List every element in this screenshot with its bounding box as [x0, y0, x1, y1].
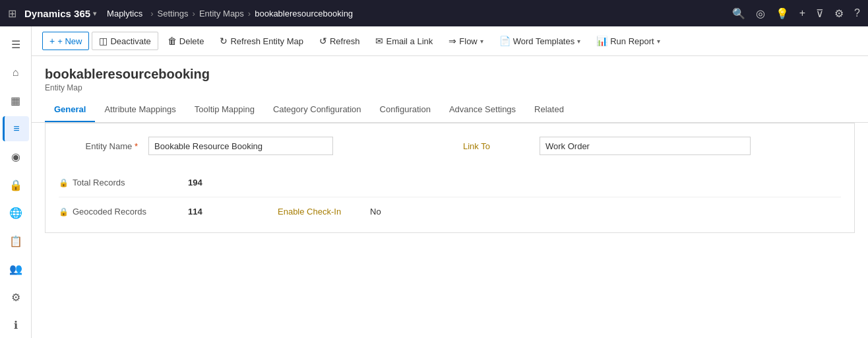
geocoded-records-row: 🔒 Geocoded Records 114 Enable Check-In N… [59, 197, 841, 226]
plus-icon[interactable]: + [799, 7, 805, 19]
entity-name-label: Entity Name * [59, 141, 138, 151]
app-name: Maplytics [107, 9, 142, 18]
settings-icon[interactable]: ⚙ [834, 7, 844, 20]
deactivate-button[interactable]: ◫ Deactivate [92, 32, 158, 50]
tab-advance-settings[interactable]: Advance Settings [440, 98, 525, 122]
plus-icon: + [49, 36, 55, 46]
flow-caret: ▾ [480, 38, 483, 45]
tab-general[interactable]: General [45, 98, 95, 122]
tab-configuration[interactable]: Configuration [371, 98, 440, 122]
tab-attribute-mappings[interactable]: Attribute Mappings [95, 98, 185, 122]
email-icon: ✉ [375, 36, 383, 46]
sidebar-item-dashboard[interactable]: ▦ [3, 88, 29, 114]
tab-related[interactable]: Related [525, 98, 573, 122]
sidebar-item-home[interactable]: ⌂ [3, 60, 29, 86]
main-content: + + New ◫ Deactivate 🗑 Delete ↻ Refresh … [32, 26, 868, 338]
refresh-icon: ↺ [319, 36, 327, 46]
toolbar: + + New ◫ Deactivate 🗑 Delete ↻ Refresh … [32, 26, 868, 56]
sidebar-item-info[interactable]: ℹ [3, 312, 29, 338]
top-nav-icons: 🔍 ◎ 💡 + ⊽ ⚙ ? [732, 7, 860, 20]
breadcrumb: › Settings › Entity Maps › bookableresou… [150, 9, 353, 18]
form-card: Entity Name * Link To 🔒 Total Records 19… [45, 123, 855, 233]
brand-name[interactable]: Dynamics 365 ▾ [24, 8, 96, 19]
total-records-value: 194 [188, 178, 228, 187]
sidebar-item-hamburger[interactable]: ☰ [3, 32, 29, 57]
sidebar-item-activities[interactable]: ◉ [3, 144, 29, 170]
sidebar: ☰ ⌂ ▦ ≡ ◉ 🔒 🌐 📋 👥 ⚙ ℹ [0, 26, 32, 338]
sidebar-item-globe[interactable]: 🌐 [3, 200, 29, 226]
lock-icon-2: 🔒 [59, 207, 69, 217]
link-to-label: Link To [463, 141, 529, 151]
tab-category-configuration[interactable]: Category Configuration [264, 98, 371, 122]
refresh-button[interactable]: ↺ Refresh [313, 32, 367, 50]
contact-icon[interactable]: ◎ [756, 7, 765, 20]
new-button[interactable]: + + New [42, 32, 89, 50]
entity-name-row: Entity Name * Link To [59, 137, 841, 155]
word-icon: 📄 [499, 36, 511, 46]
report-icon: 📊 [596, 36, 607, 46]
enable-checkin-label: Enable Check-In [278, 207, 344, 217]
deactivate-icon: ◫ [99, 36, 108, 46]
total-records-label: 🔒 Total Records [59, 178, 177, 187]
trash-icon: 🗑 [168, 36, 177, 46]
page-subtitle: Entity Map [45, 83, 855, 92]
total-records-row: 🔒 Total Records 194 [59, 168, 841, 197]
brand-chevron: ▾ [93, 10, 96, 17]
run-report-button[interactable]: 📊 Run Report ▾ [590, 32, 666, 50]
refresh-entity-map-button[interactable]: ↻ Refresh Entity Map [213, 32, 310, 50]
enable-checkin-value: No [370, 207, 381, 217]
refresh-entity-icon: ↻ [220, 36, 228, 46]
sidebar-item-settings[interactable]: ⚙ [3, 285, 29, 310]
lightbulb-icon[interactable]: 💡 [776, 7, 789, 20]
geocoded-records-label: 🔒 Geocoded Records [59, 207, 177, 217]
filter-icon[interactable]: ⊽ [816, 7, 824, 20]
email-link-button[interactable]: ✉ Email a Link [369, 32, 439, 50]
link-to-input[interactable] [540, 137, 751, 155]
entity-name-input[interactable] [148, 137, 333, 155]
grid-icon[interactable]: ⊞ [8, 7, 16, 20]
tab-tooltip-mapping[interactable]: Tooltip Mapping [185, 98, 264, 122]
sidebar-item-list[interactable]: 📋 [3, 228, 29, 254]
page-header: bookableresourcebooking Entity Map [32, 56, 868, 92]
sidebar-item-security[interactable]: 🔒 [3, 172, 29, 198]
geocoded-records-value: 114 [188, 207, 228, 217]
flow-icon: ⇒ [449, 36, 456, 46]
word-templates-button[interactable]: 📄 Word Templates ▾ [493, 32, 587, 50]
link-to-field: Link To [463, 137, 841, 155]
page-title: bookableresourcebooking [45, 67, 855, 82]
sidebar-item-records[interactable]: ≡ [3, 116, 29, 142]
required-indicator: * [135, 141, 138, 151]
flow-button[interactable]: ⇒ Flow ▾ [442, 32, 489, 50]
word-caret: ▾ [577, 38, 580, 45]
top-navigation: ⊞ Dynamics 365 ▾ Maplytics › Settings › … [0, 0, 868, 26]
tabs-bar: General Attribute Mappings Tooltip Mappi… [32, 98, 868, 123]
lock-icon: 🔒 [59, 178, 69, 187]
run-report-caret: ▾ [657, 38, 660, 45]
entity-name-field: Entity Name * [59, 137, 437, 155]
sidebar-item-teams[interactable]: 👥 [3, 256, 29, 282]
help-icon[interactable]: ? [854, 7, 860, 19]
delete-button[interactable]: 🗑 Delete [161, 32, 211, 50]
search-icon[interactable]: 🔍 [732, 7, 745, 20]
